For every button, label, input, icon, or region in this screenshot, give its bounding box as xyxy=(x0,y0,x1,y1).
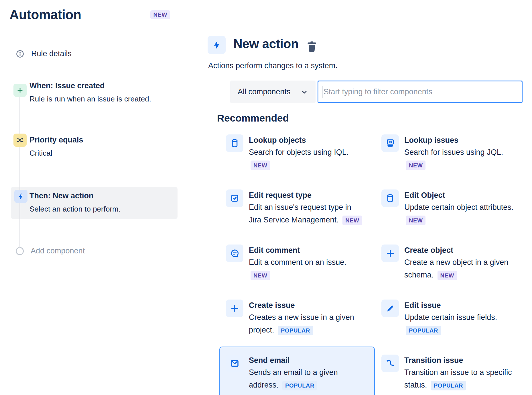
add-component-button[interactable]: Add component xyxy=(16,247,85,255)
rule-details-label: Rule details xyxy=(31,49,72,58)
status-badge: POPULAR xyxy=(406,326,441,335)
database-icon xyxy=(381,189,399,207)
recommended-actions-grid: Lookup objects Search for objects using … xyxy=(219,126,532,395)
sidebar-item-rule-details[interactable]: Rule details xyxy=(16,49,72,58)
section-title-recommended: Recommended xyxy=(217,112,289,124)
action-card-create-object[interactable]: Create object Create a new object in a g… xyxy=(375,236,530,286)
envelope-icon xyxy=(226,355,243,372)
main-description: Actions perform changes to a system. xyxy=(208,61,338,70)
shuffle-icon xyxy=(13,134,27,147)
page-title: Automation xyxy=(9,7,81,22)
status-badge: POPULAR xyxy=(278,326,313,335)
status-badge: NEW xyxy=(342,216,362,225)
new-feature-badge: NEW xyxy=(150,10,170,19)
action-card-create-issue[interactable]: Create issue Creates a new issue in a gi… xyxy=(219,292,375,341)
database-icon xyxy=(226,134,243,152)
action-card-lookup-objects[interactable]: Lookup objects Search for objects using … xyxy=(219,126,375,176)
status-badge: NEW xyxy=(406,216,425,225)
action-card-lookup-issues[interactable]: Lookup issues Search for issues using JQ… xyxy=(375,126,530,176)
component-filter-dropdown[interactable]: All components xyxy=(230,81,316,103)
dropdown-value: All components xyxy=(238,87,291,96)
action-card-edit-issue[interactable]: Edit issue Update certain issue fields. … xyxy=(375,292,530,341)
pencil-icon xyxy=(381,300,399,317)
add-component-label: Add component xyxy=(31,247,85,255)
action-card-edit-object[interactable]: Edit Object Update certain object attrib… xyxy=(375,181,530,231)
info-icon xyxy=(16,50,24,58)
status-badge: NEW xyxy=(251,271,270,280)
transition-icon xyxy=(381,355,399,372)
lightning-icon xyxy=(208,36,226,54)
trash-icon[interactable] xyxy=(306,40,318,53)
sidebar-divider xyxy=(9,70,178,70)
issue-list-icon xyxy=(381,134,399,152)
action-card-edit-comment[interactable]: Edit comment Edit a comment on an issue.… xyxy=(219,236,375,286)
action-card-send-email[interactable]: Send email Sends an email to a given add… xyxy=(219,347,375,395)
status-badge: NEW xyxy=(251,161,270,170)
plus-icon xyxy=(381,245,399,262)
status-badge: POPULAR xyxy=(431,381,466,390)
status-badge: NEW xyxy=(438,271,457,280)
lightning-icon xyxy=(14,190,27,203)
chevron-down-icon xyxy=(301,88,308,96)
comment-icon xyxy=(226,245,243,262)
main-title: New action xyxy=(233,37,298,51)
status-badge: NEW xyxy=(406,161,425,170)
status-badge: POPULAR xyxy=(282,381,317,390)
search-input[interactable] xyxy=(318,81,523,103)
checkbox-icon xyxy=(226,189,243,207)
plus-icon xyxy=(226,300,243,317)
timeline-connector xyxy=(19,97,20,248)
action-card-transition-issue[interactable]: Transition issue Transition an issue to … xyxy=(375,347,530,395)
sidebar-header: Automation NEW xyxy=(9,7,170,22)
action-card-edit-request-type[interactable]: Edit request type Edit an issue's reques… xyxy=(219,181,375,231)
plus-icon xyxy=(13,84,27,97)
